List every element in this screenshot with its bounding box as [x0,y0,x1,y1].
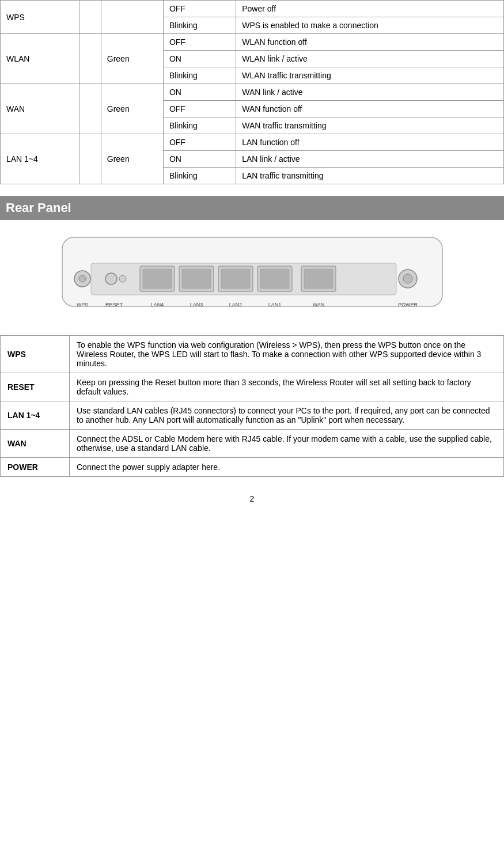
led-state: Blinking [163,17,236,34]
led-description: WAN function off [236,101,504,117]
page-number: 2 [0,494,504,503]
led-description: LAN traffic transmitting [236,168,504,184]
led-description: Power off [236,1,504,17]
led-state: Blinking [163,117,236,134]
rear-panel-item-label: WPS [1,336,70,373]
rear-panel-table: WPSTo enable the WPS function via web co… [0,335,504,477]
led-state: ON [163,84,236,101]
svg-text:WAN: WAN [312,302,324,308]
led-color-label: Green [101,84,163,134]
table-row: LAN 1~4GreenOFFLAN function off [1,134,504,151]
led-description: LAN link / active [236,151,504,168]
svg-point-5 [119,275,126,282]
led-component-name: LAN 1~4 [1,134,79,184]
svg-text:LAN4: LAN4 [150,302,164,308]
led-description: WAN link / active [236,84,504,101]
table-row: WPSTo enable the WPS function via web co… [1,336,504,373]
table-row: LAN 1~4Use standard LAN cables (RJ45 con… [1,401,504,430]
rear-panel-item-description: Keep on pressing the Reset button more t… [70,373,504,401]
led-state: OFF [163,1,236,17]
svg-point-4 [105,273,117,285]
table-row: WANGreenONWAN link / active [1,84,504,101]
led-color-label [101,1,163,34]
svg-rect-13 [260,269,289,289]
router-image: WPS RESET LAN4 LAN3 LAN2 LAN1 WAN POWER [0,220,504,329]
led-description: WPS is enabled to make a connection [236,17,504,34]
led-description: WLAN function off [236,34,504,51]
led-description: WLAN traffic transmitting [236,67,504,84]
table-row: POWERConnect the power supply adapter he… [1,458,504,477]
table-row: WPSOFFPower off [1,1,504,17]
led-state: Blinking [163,168,236,184]
svg-rect-15 [304,269,333,289]
rear-panel-item-description: Connect the ADSL or Cable Modem here wit… [70,430,504,458]
led-color-indicator [79,84,101,134]
led-component-name: WAN [1,84,79,134]
led-color-indicator [79,34,101,84]
table-row: WLANGreenOFFWLAN function off [1,34,504,51]
svg-text:POWER: POWER [397,302,418,308]
rear-panel-heading: Rear Panel [0,196,504,220]
svg-text:RESET: RESET [105,302,123,308]
table-row: WANConnect the ADSL or Cable Modem here … [1,430,504,458]
rear-panel-item-description: To enable the WPS function via web confi… [70,336,504,373]
svg-rect-9 [182,269,211,289]
svg-point-3 [79,275,86,282]
rear-panel-item-label: POWER [1,458,70,477]
led-description: WLAN link / active [236,51,504,67]
svg-text:LAN2: LAN2 [229,302,242,308]
svg-text:WPS: WPS [76,302,88,308]
rear-panel-item-description: Use standard LAN cables (RJ45 connectors… [70,401,504,430]
svg-rect-11 [221,269,250,289]
led-state: OFF [163,34,236,51]
led-component-name: WPS [1,1,79,34]
led-state: OFF [163,134,236,151]
led-color-indicator [79,134,101,184]
led-description: WAN traffic transmitting [236,117,504,134]
led-status-table: WPSOFFPower offBlinkingWPS is enabled to… [0,0,504,184]
svg-text:LAN3: LAN3 [190,302,203,308]
led-color-indicator [79,1,101,34]
table-row: RESETKeep on pressing the Reset button m… [1,373,504,401]
rear-panel-item-description: Connect the power supply adapter here. [70,458,504,477]
led-state: OFF [163,101,236,117]
led-component-name: WLAN [1,34,79,84]
rear-panel-item-label: RESET [1,373,70,401]
svg-rect-7 [143,269,172,289]
svg-point-17 [403,274,412,283]
rear-panel-item-label: LAN 1~4 [1,401,70,430]
rear-panel-item-label: WAN [1,430,70,458]
led-color-label: Green [101,134,163,184]
led-description: LAN function off [236,134,504,151]
led-state: ON [163,151,236,168]
led-state: Blinking [163,67,236,84]
led-state: ON [163,51,236,67]
led-color-label: Green [101,34,163,84]
svg-text:LAN1: LAN1 [268,302,281,308]
